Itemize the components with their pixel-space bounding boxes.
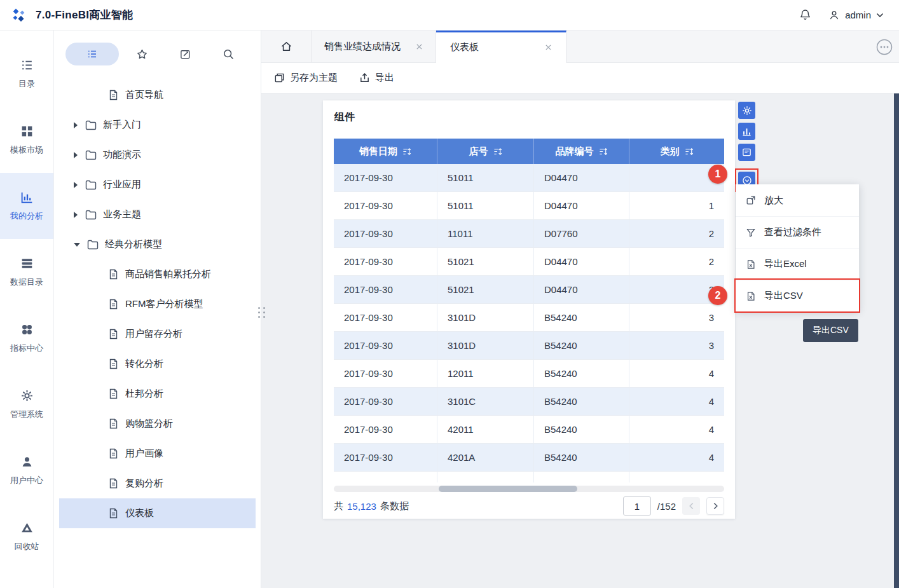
more-options-icon[interactable] xyxy=(876,39,893,58)
prev-page-button[interactable] xyxy=(682,497,700,515)
user-center-icon xyxy=(20,455,34,468)
next-page-button[interactable] xyxy=(706,497,724,515)
export-button[interactable]: 导出 xyxy=(359,72,394,84)
table-cell: 4 xyxy=(629,388,724,415)
nav-user-center[interactable]: 用户中心 xyxy=(0,437,53,503)
tree-item-label: 转化分析 xyxy=(125,358,163,370)
nav-metric-center[interactable]: 指标中心 xyxy=(0,305,53,371)
tree-list: 首页导航 新手入门 功能演示 行业应用 业务主题 xyxy=(54,80,261,528)
column-header-store-id[interactable]: 店号 xyxy=(437,139,534,164)
menu-item-zoom[interactable]: 放大 xyxy=(736,184,859,216)
user-name: admin xyxy=(845,10,871,20)
nav-label: 数据目录 xyxy=(10,277,43,288)
dashboard-canvas: 组件 销售日期 店号 品牌编号 xyxy=(261,93,899,588)
table-cell: 2017-09-30 xyxy=(334,360,437,387)
tree-item-dupont-analysis[interactable]: 杜邦分析 xyxy=(59,379,256,409)
tree-item-pareto-analysis[interactable]: 商品销售帕累托分析 xyxy=(59,259,256,289)
app-title: 7.0-FineBI商业智能 xyxy=(36,8,133,22)
table-widget: 组件 销售日期 店号 品牌编号 xyxy=(323,100,735,519)
widget-chart-type-button[interactable] xyxy=(738,123,755,140)
table-cell: 51011 xyxy=(437,164,534,191)
menu-item-label: 放大 xyxy=(764,195,783,207)
nav-data-catalog[interactable]: 数据目录 xyxy=(0,239,53,305)
caret-down-icon[interactable] xyxy=(74,243,80,247)
menu-item-export-excel[interactable]: 导出Excel xyxy=(736,248,859,280)
tree-item-dashboard[interactable]: 仪表板 xyxy=(59,498,256,528)
tree-item-conversion-analysis[interactable]: 转化分析 xyxy=(59,349,256,379)
table-row: 2017-09-30 51011 D04470 xyxy=(334,164,724,192)
folder-icon xyxy=(85,210,97,220)
table-cell: 2017-09-30 xyxy=(334,416,437,443)
scrollbar-thumb[interactable] xyxy=(439,486,577,492)
widget-side-toolbar xyxy=(738,102,758,192)
tab-dashboard[interactable]: 仪表板 xyxy=(436,31,566,63)
tree-item-basket-analysis[interactable]: 购物篮分析 xyxy=(59,409,256,439)
tree-item-getting-started[interactable]: 新手入门 xyxy=(59,110,256,140)
tree-item-home-nav[interactable]: 首页导航 xyxy=(59,80,256,110)
table-cell: D04470 xyxy=(534,276,629,303)
excel-file-icon xyxy=(746,259,756,270)
document-icon xyxy=(108,269,119,280)
widget-settings-button[interactable] xyxy=(738,102,755,119)
export-label: 导出 xyxy=(375,72,394,84)
menu-item-view-filters[interactable]: 查看过滤条件 xyxy=(736,216,859,248)
tree-item-feature-demo[interactable]: 功能演示 xyxy=(59,140,256,170)
save-as-theme-button[interactable]: 另存为主题 xyxy=(274,72,338,84)
csv-file-icon xyxy=(746,291,756,301)
tree-item-business-topics[interactable]: 业务主题 xyxy=(59,200,256,229)
notifications-bell-icon[interactable] xyxy=(799,8,812,22)
edited-toggle[interactable] xyxy=(165,43,206,65)
nav-recycle-bin[interactable]: 回收站 xyxy=(0,503,53,570)
column-label: 品牌编号 xyxy=(556,146,594,158)
tree-item-repurchase-analysis[interactable]: 复购分析 xyxy=(59,468,256,498)
close-icon[interactable] xyxy=(416,43,423,50)
tab-label: 仪表板 xyxy=(450,41,479,53)
tree-item-user-profile[interactable]: 用户画像 xyxy=(59,439,256,468)
tree-item-retention-analysis[interactable]: 用户留存分析 xyxy=(59,319,256,349)
table-cell: 2017-09-30 xyxy=(334,248,437,275)
maximize-icon xyxy=(746,195,756,205)
document-icon xyxy=(108,508,119,519)
tab-home[interactable] xyxy=(261,31,312,62)
widget-notes-button[interactable] xyxy=(738,144,755,161)
favorites-toggle[interactable] xyxy=(121,43,162,65)
total-count: 15,123 xyxy=(347,501,376,512)
tree-item-industry-apps[interactable]: 行业应用 xyxy=(59,170,256,200)
step-2-marker: 2 xyxy=(708,286,727,305)
tab-bar: 销售业绩达成情况 仪表板 xyxy=(261,31,899,63)
table-cell: 2017-09-30 xyxy=(334,388,437,415)
tree-item-label: 复购分析 xyxy=(125,477,163,489)
caret-right-icon[interactable] xyxy=(74,152,78,158)
menu-item-export-csv[interactable]: 导出CSV xyxy=(736,280,859,311)
table-cell: D04470 xyxy=(534,192,629,219)
table-cell: 2017-09-30 xyxy=(334,472,437,482)
column-header-category[interactable]: 类别 xyxy=(629,139,724,164)
user-menu[interactable]: admin xyxy=(828,10,884,21)
page-input[interactable] xyxy=(623,496,651,516)
search-button[interactable] xyxy=(209,43,249,65)
tree-item-classic-models[interactable]: 经典分析模型 xyxy=(59,229,256,259)
nav-template-market[interactable]: 模板市场 xyxy=(0,107,53,173)
tree-item-rfm-model[interactable]: RFM客户分析模型 xyxy=(59,289,256,319)
vertical-scrollbar[interactable] xyxy=(894,93,899,588)
nav-admin-system[interactable]: 管理系统 xyxy=(0,371,53,437)
nav-catalog[interactable]: 目录 xyxy=(0,41,53,107)
close-icon[interactable] xyxy=(545,44,552,51)
panel-resize-handle[interactable] xyxy=(258,307,266,318)
tab-sales-performance[interactable]: 销售业绩达成情况 xyxy=(312,31,436,62)
nav-label: 指标中心 xyxy=(10,343,43,354)
horizontal-scrollbar[interactable] xyxy=(334,486,724,492)
table-cell: A03070 xyxy=(534,472,629,482)
sort-icon xyxy=(493,147,502,156)
caret-right-icon[interactable] xyxy=(74,182,78,188)
caret-right-icon[interactable] xyxy=(74,212,78,218)
column-header-brand-code[interactable]: 品牌编号 xyxy=(534,139,629,164)
recycle-bin-icon xyxy=(20,521,34,535)
caret-right-icon[interactable] xyxy=(74,122,78,128)
nav-my-analysis[interactable]: 我的分析 xyxy=(0,173,53,239)
nav-label: 我的分析 xyxy=(10,210,43,222)
column-header-sale-date[interactable]: 销售日期 xyxy=(334,139,437,164)
tree-item-label: 新手入门 xyxy=(103,119,141,131)
list-view-toggle[interactable] xyxy=(65,43,119,65)
home-icon xyxy=(280,41,292,52)
